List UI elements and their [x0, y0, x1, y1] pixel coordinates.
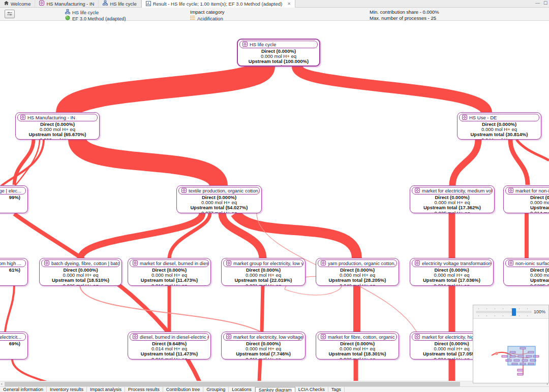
node-title: diesel, burned in diesel-electric genera…	[140, 334, 209, 340]
node-upstream-value: 0.024 mol H+ eq	[410, 283, 493, 286]
flow-ribbon	[169, 213, 210, 259]
impact-category-select[interactable]: Acidification	[190, 15, 223, 21]
node-hs-use-de[interactable]: HS Use - DEDirect (0.000%)0.000 mol H+ e…	[457, 112, 541, 140]
home-icon	[4, 1, 9, 7]
result-tab-impact-analysis[interactable]: Impact analysis	[87, 387, 125, 392]
node-title: n voltage | elec...	[0, 188, 21, 193]
node-direct-label: Direct (0.000%)	[410, 268, 493, 273]
process-icon	[415, 188, 420, 194]
minimize-icon[interactable]: —	[535, 1, 540, 6]
result-tab-locations[interactable]: Locations	[229, 387, 255, 392]
minimap-panel: 100%	[473, 305, 549, 383]
tab-label: HS life cycle	[110, 1, 136, 7]
node-direct-value: 0.000 mol H+ eq	[316, 273, 399, 278]
flow-ribbon	[12, 359, 57, 382]
node-market-electricity-medium-voltage[interactable]: market for electricity, medium voltage |…	[410, 185, 495, 213]
tab-hs-manufacturing[interactable]: HS Manufacturing - IN	[35, 0, 99, 7]
node-title-bar: electricity voltage transformation from …	[412, 259, 492, 267]
close-icon[interactable]: ✕	[287, 2, 291, 6]
node-cut-right-row3-market-non-ionic[interactable]: market for non-ionic sDirect (00.000 moU…	[503, 185, 549, 213]
node-title: market for diesel, burned in diesel-elec…	[140, 260, 209, 266]
impact-category-label: Impact category	[190, 9, 225, 15]
maximize-icon[interactable]: ☐	[543, 1, 547, 6]
flow-ribbon	[259, 359, 260, 382]
node-market-fibre-cotton-organic[interactable]: market for fibre, cotton, organic | fibr…	[316, 332, 399, 360]
flow-ribbon-thin	[80, 285, 264, 334]
node-title-bar: market for electricity, low voltage | el…	[223, 333, 303, 341]
node-direct-label: Direct (9.648%)	[128, 341, 210, 346]
node-upstream-label: Upstream total (22.019%)	[222, 278, 305, 283]
node-title-bar: HS life cycle	[239, 41, 318, 48]
node-title-bar: market for electricity, medium voltage |…	[412, 187, 493, 194]
tab-hs-life-cycle[interactable]: HS life cycle	[99, 0, 141, 7]
tab-label: HS Manufacturing - IN	[46, 1, 94, 7]
node-direct-label: Direct (0.000%)	[177, 195, 261, 200]
process-icon	[321, 260, 326, 267]
node-cut-left-row4[interactable]: ion from high ...61%)	[0, 258, 28, 286]
node-upstream-label: 99%)	[0, 195, 27, 200]
node-diesel-burned-generating-set[interactable]: diesel, burned in diesel-electric genera…	[128, 332, 211, 360]
node-direct-label: Direct (0.000%)	[16, 122, 99, 127]
scrollbar-thumb[interactable]	[5, 382, 460, 386]
process-icon	[133, 334, 138, 340]
node-direct-value: 0.014 mol H+ eq	[128, 346, 210, 351]
node-market-electricity-low-voltage[interactable]: market for electricity, low voltage | el…	[221, 332, 306, 360]
node-market-diesel-burned[interactable]: market for diesel, burned in diesel-elec…	[128, 258, 211, 286]
node-upstream-value: 0.142 mol H+ eq	[238, 64, 319, 67]
result-tab-sankey-diagram[interactable]: Sankey diagram	[255, 387, 295, 392]
node-direct-value: 0.000 mol H+ eq	[222, 273, 305, 278]
tab-result-active[interactable]: Result - HS life cycle; 1.00 Item(s); EF…	[141, 0, 295, 8]
sliders-icon	[7, 11, 13, 17]
sankey-canvas[interactable]: HS life cycleDirect (0.000%)0.000 mol H+…	[0, 21, 549, 382]
node-hs-manufacturing-in[interactable]: HS Manufacturing - INDirect (0.000%)0.00…	[15, 112, 100, 140]
result-tab-general-information[interactable]: General information	[0, 387, 47, 392]
node-title-bar: market for fibre, cotton, organic | fibr…	[318, 333, 397, 341]
process-icon	[133, 260, 138, 267]
result-tab-inventory-results[interactable]: Inventory results	[47, 387, 87, 392]
node-market-group-electricity-low[interactable]: market group for electricity, low voltag…	[221, 258, 306, 286]
result-tab-lcia-checks[interactable]: LCIA Checks	[295, 387, 328, 392]
process-icon	[415, 260, 420, 267]
node-title: market for non-ionic s	[515, 188, 549, 193]
node-cut-right-row4-non-ionic-surfactant[interactable]: non-ionic surfactant pDirect (00.000 moU…	[503, 258, 549, 286]
node-upstream-label: 61%)	[0, 268, 27, 273]
node-title: market for electricity, medium voltage |…	[422, 188, 493, 193]
node-cut-left-row3[interactable]: n voltage | elec...99%)	[0, 185, 28, 213]
node-textile-production[interactable]: textile production, organic cotton, circ…	[176, 185, 262, 213]
zoom-slider-thumb[interactable]	[512, 308, 516, 316]
node-direct-value: 0.000 mol H+ eq	[16, 127, 99, 132]
node-title-bar: market group for electricity, low voltag…	[223, 259, 303, 267]
node-yarn-production[interactable]: yarn production, organic cotton, ring sp…	[316, 258, 399, 286]
method-icon	[65, 15, 70, 21]
node-cut-left-row5[interactable]: tage | electricit...69%)	[0, 332, 28, 360]
horizontal-scrollbar[interactable]: ‹ ›	[0, 381, 549, 386]
node-upstream-value: 0.026 mol H+ eq	[40, 283, 121, 286]
node-title-bar: tage | electricit...	[0, 333, 26, 341]
node-upstream-value: 0.093 mol H+ eq	[16, 138, 99, 140]
zoom-level-label: 100%	[534, 309, 545, 314]
minimap-view-rect[interactable]	[508, 346, 535, 365]
zoom-slider[interactable]: 100%	[473, 305, 548, 319]
model-icon	[65, 9, 70, 15]
result-tab-process-results[interactable]: Process results	[125, 387, 163, 392]
node-direct-value: 0.000 mol H+ eq	[40, 273, 121, 278]
flow-ribbon	[14, 139, 34, 185]
product-system-label: HS life cycle	[65, 9, 99, 15]
node-electricity-voltage-transformation[interactable]: electricity voltage transformation from …	[410, 258, 494, 286]
result-tab-tags[interactable]: Tags	[328, 387, 345, 392]
result-tab-contribution-tree[interactable]: Contribution tree	[163, 387, 204, 392]
node-upstream-label: Upstream total (30.814%)	[458, 132, 541, 137]
node-title: yarn production, organic cotton, ring sp…	[328, 260, 397, 266]
minimap-viewport[interactable]	[473, 319, 548, 383]
result-tab-grouping[interactable]: Grouping	[203, 387, 229, 392]
model-icon	[103, 1, 108, 7]
tab-welcome[interactable]: Welcome	[0, 0, 35, 7]
diagram-settings-button[interactable]	[5, 10, 15, 18]
process-icon	[226, 260, 231, 267]
node-title: electricity voltage transformation from …	[422, 260, 492, 266]
node-batch-dyeing[interactable]: batch dyeing, fibre, cotton | batch dyei…	[39, 258, 122, 286]
node-hs-life-cycle[interactable]: HS life cycleDirect (0.000%)0.000 mol H+…	[237, 39, 320, 67]
process-icon	[44, 260, 49, 267]
node-direct-value: 0.000 mol H+ eq	[222, 346, 305, 351]
node-direct-label: Direct (0.000%)	[222, 268, 305, 273]
